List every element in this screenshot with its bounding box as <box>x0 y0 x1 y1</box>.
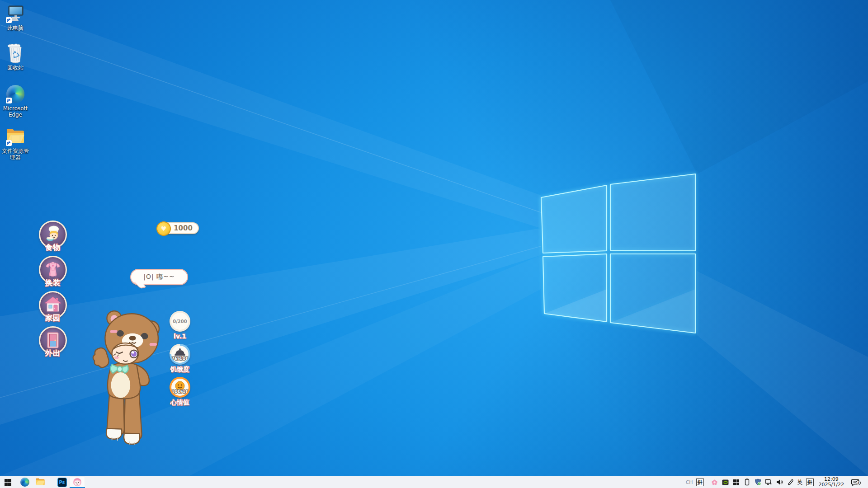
desktop-icon-this-pc[interactable]: 此电脑 <box>0 4 31 31</box>
shortcut-arrow-icon <box>6 17 12 23</box>
desktop-icon-label: 回收站 <box>7 65 24 71</box>
pet-menu-label: 换装 <box>45 278 61 288</box>
taskbar-edge-button[interactable] <box>17 476 33 488</box>
coin-icon: ♥ <box>156 221 171 236</box>
ime-pinyin-badge-2[interactable]: 拼 <box>806 479 814 486</box>
pet-stat-mood: 100/100 心情值 <box>165 377 194 407</box>
desktop-wallpaper: 此电脑 回收站 Microsoft Edge <box>0 0 868 488</box>
pet-speech-bubble: |O| 嘟~~ <box>130 269 188 285</box>
pet-menu-dress-button[interactable]: 换装 <box>38 256 68 288</box>
pet-app-icon <box>72 477 82 487</box>
file-explorer-icon <box>35 478 45 486</box>
taskbar-photoshop-button[interactable]: Ps <box>54 476 70 488</box>
language-bar-ch[interactable]: CH <box>686 479 693 485</box>
pet-speech-text: |O| 嘟~~ <box>143 273 175 281</box>
go-out-icon <box>43 330 63 350</box>
clock-date: 2025/1/22 <box>819 482 844 488</box>
desktop-icon-label: Microsoft Edge <box>0 105 30 118</box>
tray-pen-icon[interactable] <box>787 478 794 486</box>
pet-stat-level: 0/200 lv.1 <box>165 311 194 340</box>
mood-label: 心情值 <box>170 399 189 407</box>
desktop-icon-label: 此电脑 <box>7 25 24 31</box>
level-progress-value: 0/200 <box>171 319 189 324</box>
home-icon <box>43 295 63 315</box>
tray-windows-app-icon[interactable] <box>732 478 740 486</box>
edge-icon <box>20 478 29 487</box>
pet-menu-food-button[interactable]: 食物 <box>38 221 68 253</box>
system-tray: CH 拼 <box>686 476 868 488</box>
pet-bear-character[interactable] <box>91 305 162 445</box>
taskbar-pet-app-button[interactable] <box>70 476 85 488</box>
tray-network-icon[interactable] <box>765 478 773 486</box>
food-icon <box>43 225 63 244</box>
windows-logo <box>541 174 695 333</box>
taskbar-clock[interactable]: 12:09 2025/1/22 <box>817 477 846 488</box>
notification-count-badge: 3 <box>856 480 861 485</box>
action-center-button[interactable]: 3 <box>849 479 861 486</box>
recycle-bin-icon <box>6 43 24 63</box>
pet-menu-home-button[interactable]: 家园 <box>38 291 68 323</box>
tray-nvidia-icon[interactable] <box>722 478 729 486</box>
hunger-value: 76/100 <box>171 356 189 361</box>
ime-pinyin-badge-1[interactable]: 拼 <box>696 479 704 486</box>
windows-start-icon <box>5 479 11 486</box>
taskbar: Ps CH 拼 <box>0 476 868 488</box>
pet-menu-out-button[interactable]: 外出 <box>38 326 68 358</box>
desktop-icon-file-explorer[interactable]: 文件资源管理器 <box>0 127 31 160</box>
ime-language-mode[interactable]: 英 <box>797 479 803 486</box>
tray-security-shield-icon[interactable] <box>754 478 762 486</box>
shortcut-arrow-icon <box>6 98 12 103</box>
hunger-label: 饥饿度 <box>170 366 189 374</box>
tray-pet-app-icon[interactable] <box>711 478 718 486</box>
tray-volume-icon[interactable] <box>776 478 783 486</box>
mood-value: 100/100 <box>171 389 189 394</box>
desktop-icon-recycle-bin[interactable]: 回收站 <box>0 43 31 71</box>
pet-menu-label: 家园 <box>45 314 61 323</box>
photoshop-icon: Ps <box>57 478 67 487</box>
bear-costume-illustration <box>91 305 162 445</box>
desktop-icon-label: 文件资源管理器 <box>0 148 30 160</box>
food-cloche-icon <box>174 348 186 357</box>
pet-stat-hunger: 76/100 饥饿度 <box>165 344 194 374</box>
coin-counter: ♥ 1000 <box>159 222 199 234</box>
pet-menu-label: 外出 <box>45 349 61 358</box>
shortcut-arrow-icon <box>6 140 12 146</box>
pet-menu-label: 食物 <box>45 243 61 253</box>
level-label: lv.1 <box>174 333 186 340</box>
tray-usb-device-icon[interactable] <box>743 478 751 486</box>
taskbar-file-explorer-button[interactable] <box>33 476 48 488</box>
desktop-icon-microsoft-edge[interactable]: Microsoft Edge <box>0 84 31 118</box>
start-button[interactable] <box>0 476 15 488</box>
dress-icon <box>43 260 63 280</box>
